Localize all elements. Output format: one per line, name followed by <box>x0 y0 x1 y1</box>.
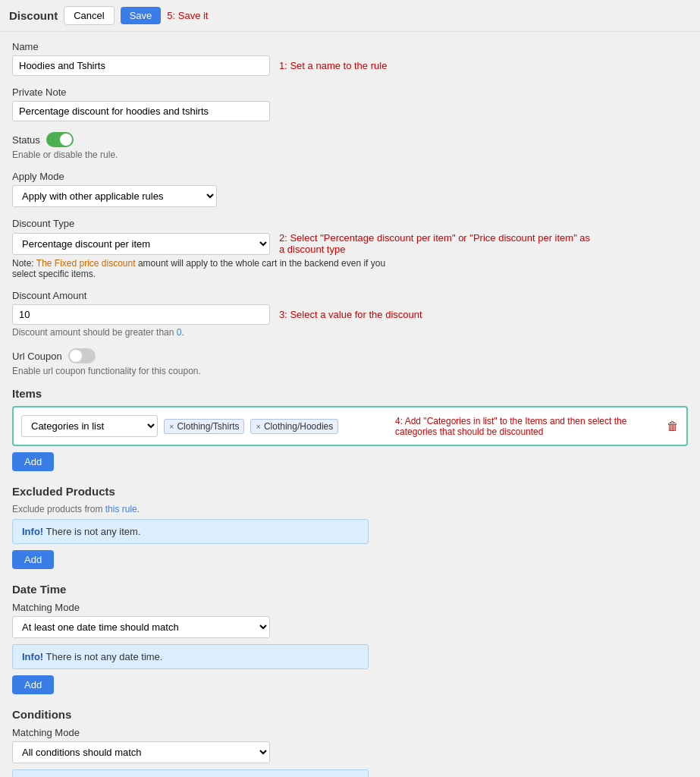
excluded-hint-prefix: Exclude products from <box>12 504 105 514</box>
discount-type-note: Note: The Fixed price discount amount wi… <box>12 258 391 279</box>
items-title: Items <box>12 387 688 400</box>
excluded-add-button[interactable]: Add <box>12 550 54 569</box>
date-time-matching-select[interactable]: At least one date time should match All … <box>12 616 270 638</box>
name-label: Name <box>12 41 688 52</box>
excluded-hint-link: this rule <box>105 504 137 514</box>
url-coupon-hint: Enable url coupon functionality for this… <box>12 366 688 376</box>
items-delete-icon[interactable]: 🗑 <box>667 420 679 433</box>
name-annotation: 1: Set a name to the rule <box>279 60 387 71</box>
note-highlight: The Fixed price discount <box>36 258 136 269</box>
status-hint: Enable or disable the rule. <box>12 149 688 160</box>
hint-link: 0 <box>177 327 182 338</box>
page-title: Discount <box>9 9 58 22</box>
discount-amount-group: Discount Amount 3: Select a value for th… <box>12 290 688 338</box>
date-time-info-label: Info! <box>22 651 43 662</box>
status-group: Status Enable or disable the rule. <box>12 132 688 160</box>
private-note-group: Private Note <box>12 87 688 121</box>
tag-hoodies: × Clothing/Hoodies <box>250 419 338 434</box>
cancel-button[interactable]: Cancel <box>64 6 114 25</box>
tag-x-tshirts[interactable]: × <box>169 422 174 431</box>
excluded-products-hint: Exclude products from this rule. <box>12 504 688 514</box>
toggle-thumb <box>60 134 72 146</box>
name-group: Name 1: Set a name to the rule <box>12 41 688 76</box>
discount-amount-input[interactable] <box>12 304 270 325</box>
tag-tshirts: × Clothing/Tshirts <box>164 419 244 434</box>
top-bar: Discount Cancel Save 5: Save it <box>0 0 700 32</box>
tag-label-hoodies: Clothing/Hoodies <box>264 421 333 432</box>
hint-prefix: Discount amount should be greater than <box>12 327 177 338</box>
discount-amount-hint: Discount amount should be greater than 0… <box>12 327 688 338</box>
private-note-label: Private Note <box>12 87 688 98</box>
private-note-input[interactable] <box>12 101 270 121</box>
date-time-title: Date Time <box>12 583 688 596</box>
url-coupon-toggle-thumb <box>70 350 82 362</box>
tag-label-tshirts: Clothing/Tshirts <box>177 421 239 432</box>
excluded-products-title: Excluded Products <box>12 485 688 498</box>
url-coupon-group: Url Coupon Enable url coupon functionali… <box>12 348 688 376</box>
url-coupon-toggle[interactable] <box>68 348 96 363</box>
discount-amount-annotation: 3: Select a value for the discount <box>279 309 422 320</box>
items-add-button[interactable]: Add <box>12 452 54 471</box>
date-time-matching-label: Matching Mode <box>12 602 688 613</box>
status-toggle[interactable] <box>46 132 74 147</box>
discount-type-select[interactable]: Percentage discount per item Price disco… <box>12 233 270 255</box>
excluded-info-text: There is not any item. <box>46 526 141 537</box>
conditions-section: Conditions Matching Mode All conditions … <box>12 708 688 777</box>
save-button[interactable]: Save <box>121 7 162 24</box>
items-row: Categories in list Products in list All … <box>12 406 688 446</box>
apply-mode-group: Apply Mode Apply with other applicable r… <box>12 171 688 207</box>
conditions-title: Conditions <box>12 708 688 721</box>
discount-amount-label: Discount Amount <box>12 290 688 301</box>
url-coupon-label: Url Coupon <box>12 351 62 362</box>
date-time-section: Date Time Matching Mode At least one dat… <box>12 583 688 697</box>
items-category-select[interactable]: Categories in list Products in list All … <box>21 415 158 437</box>
main-content: Name 1: Set a name to the rule Private N… <box>0 32 700 777</box>
hint-dot: . <box>182 327 184 338</box>
date-time-info-box: Info! There is not any date time. <box>12 644 369 669</box>
conditions-info-box: Info! There is not any condition. <box>12 769 369 777</box>
items-annotation: 4: Add "Categories in list" to the Items… <box>395 416 661 437</box>
discount-type-group: Discount Type Percentage discount per it… <box>12 218 688 279</box>
save-annotation: 5: Save it <box>167 10 208 21</box>
conditions-matching-select[interactable]: All conditions should match At least one… <box>12 741 270 763</box>
status-label: Status <box>12 134 40 146</box>
excluded-info-label: Info! <box>22 526 43 537</box>
date-time-add-button[interactable]: Add <box>12 675 54 694</box>
conditions-matching-label: Matching Mode <box>12 727 688 738</box>
apply-mode-select[interactable]: Apply with other applicable rules Apply … <box>12 185 217 207</box>
discount-type-annotation: 2: Select "Percentage discount per item"… <box>279 232 598 255</box>
excluded-hint-suffix: . <box>137 504 140 514</box>
discount-type-label: Discount Type <box>12 218 688 229</box>
items-section: Items Categories in list Products in lis… <box>12 387 688 474</box>
excluded-products-section: Excluded Products Exclude products from … <box>12 485 688 572</box>
excluded-info-box: Info! There is not any item. <box>12 519 369 544</box>
date-time-info-text: There is not any date time. <box>46 651 163 662</box>
apply-mode-label: Apply Mode <box>12 171 688 182</box>
tag-x-hoodies[interactable]: × <box>256 422 260 431</box>
note-prefix: Note: <box>12 258 34 269</box>
name-input[interactable] <box>12 55 270 76</box>
